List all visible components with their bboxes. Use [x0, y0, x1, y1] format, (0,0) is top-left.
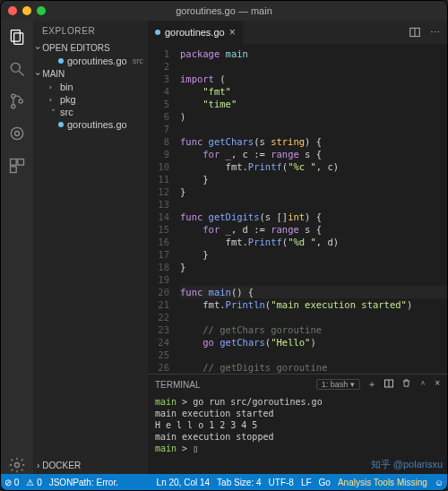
status-indent[interactable]: Tab Size: 4 [217, 478, 261, 487]
svg-point-12 [15, 463, 20, 468]
explorer-icon[interactable] [8, 28, 26, 46]
editor-group: goroutines.go × ⋯ 1234567891011121314151… [148, 21, 447, 474]
window-title: goroutines.go — main [1, 5, 447, 16]
minimize-window-icon[interactable] [22, 6, 31, 15]
svg-rect-1 [14, 33, 23, 45]
go-file-icon [58, 122, 64, 127]
svg-point-5 [12, 105, 15, 108]
kill-terminal-icon[interactable] [401, 378, 411, 391]
open-editors-section[interactable]: OPEN EDITORS [33, 41, 148, 55]
status-eol[interactable]: LF [301, 478, 312, 487]
explorer-sidebar: EXPLORER OPEN EDITORS goroutines.go src … [33, 21, 148, 474]
svg-point-7 [11, 127, 22, 139]
debug-icon[interactable] [8, 125, 26, 142]
maximize-panel-icon[interactable]: ＾ [418, 378, 427, 391]
sidebar-title: EXPLORER [33, 21, 148, 41]
code-body[interactable]: package mainimport ( "fmt" "time")func g… [175, 44, 447, 374]
line-gutter: 1234567891011121314151617181920212223242… [148, 44, 175, 374]
tab-label: goroutines.go [165, 27, 225, 38]
status-warnings[interactable]: ⚠ 0 [26, 478, 41, 487]
status-errors[interactable]: ⊘ 0 [4, 478, 19, 487]
tab-goroutines[interactable]: goroutines.go × [148, 21, 244, 44]
svg-rect-11 [11, 167, 17, 173]
status-jsonpath[interactable]: JSONPath: Error. [49, 478, 118, 487]
status-go-tools[interactable]: Analysis Tools Missing [338, 478, 427, 487]
status-feedback-icon[interactable]: ☺ [435, 478, 444, 487]
svg-rect-0 [11, 30, 20, 42]
go-file-icon [155, 30, 160, 35]
close-window-icon[interactable] [8, 6, 17, 15]
docker-section[interactable]: DOCKER [33, 457, 148, 474]
svg-point-6 [19, 99, 22, 103]
window-controls [8, 6, 46, 15]
split-terminal-icon[interactable] [383, 378, 394, 391]
folder-bin[interactable]: ›bin [33, 81, 148, 93]
svg-point-2 [11, 63, 20, 72]
titlebar: goroutines.go — main [1, 1, 447, 21]
open-editor-hint: src [133, 56, 143, 65]
folder-src[interactable]: ›src [33, 106, 148, 118]
file-goroutines[interactable]: goroutines.go [33, 118, 148, 131]
terminal-selector[interactable]: 1: bash▾ [316, 379, 361, 390]
split-editor-icon[interactable] [409, 26, 421, 39]
terminal-body[interactable]: main > go run src/goroutines.gomain exec… [148, 394, 447, 474]
svg-point-4 [12, 94, 15, 98]
terminal-panel: TERMINAL 1: bash▾ ＋ ＾ × main > go run sr… [148, 374, 447, 474]
close-icon[interactable]: × [229, 26, 236, 39]
more-icon[interactable]: ⋯ [430, 27, 440, 39]
chevron-down-icon: ▾ [350, 380, 355, 389]
svg-line-3 [20, 72, 24, 76]
extensions-icon[interactable] [8, 157, 26, 175]
open-editor-name: goroutines.go [67, 56, 127, 66]
folder-pkg[interactable]: ›pkg [33, 93, 148, 106]
workspace-section[interactable]: MAIN [33, 67, 148, 81]
terminal-tab[interactable]: TERMINAL [155, 380, 201, 390]
status-position[interactable]: Ln 20, Col 14 [157, 478, 211, 487]
tab-bar: goroutines.go × ⋯ [148, 21, 447, 44]
go-file-icon [58, 58, 64, 64]
svg-rect-10 [18, 159, 24, 166]
status-encoding[interactable]: UTF-8 [269, 478, 294, 487]
activity-bar [1, 21, 33, 474]
open-editor-item[interactable]: goroutines.go src [33, 55, 148, 67]
status-language[interactable]: Go [319, 478, 331, 487]
search-icon[interactable] [8, 60, 26, 78]
new-terminal-icon[interactable]: ＋ [367, 378, 376, 391]
code-editor[interactable]: 1234567891011121314151617181920212223242… [148, 44, 447, 374]
zoom-window-icon[interactable] [37, 6, 46, 15]
svg-rect-9 [11, 159, 17, 166]
settings-icon[interactable] [8, 456, 26, 474]
source-control-icon[interactable] [8, 92, 26, 110]
status-bar: ⊘ 0 ⚠ 0 JSONPath: Error. Ln 20, Col 14 T… [1, 474, 447, 490]
close-panel-icon[interactable]: × [435, 378, 440, 391]
svg-point-8 [15, 132, 20, 136]
